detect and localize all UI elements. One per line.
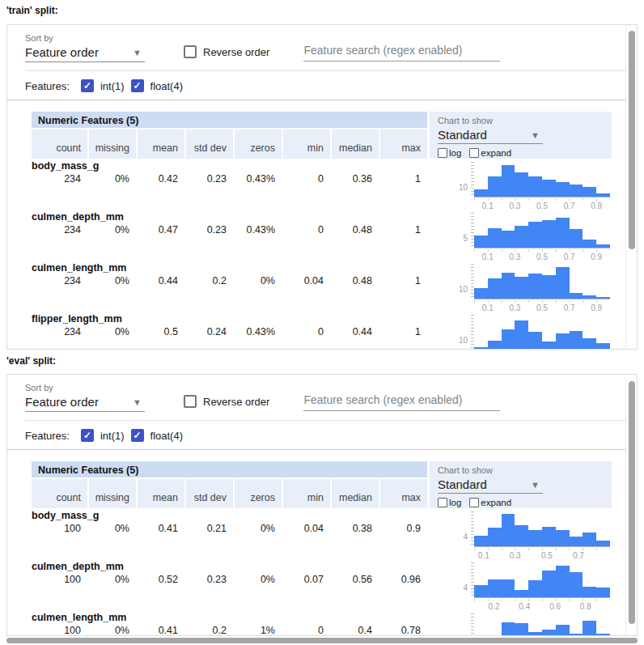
stat-value: 0.23 — [184, 224, 233, 236]
histogram-x-axis-ticks — [474, 300, 610, 303]
stat-value: 100 — [32, 625, 87, 636]
table-row: flipper_length_mm2340%0.50.240.43%00.441… — [32, 313, 637, 350]
histogram-bar — [528, 530, 542, 546]
horizontal-scrollbar-thumb[interactable] — [6, 638, 638, 643]
stat-value: 0.47 — [136, 224, 184, 236]
stat-value: 100 — [32, 574, 87, 585]
histogram-x-tick-label: 0.5 — [536, 252, 548, 261]
stat-value: 0.21 — [184, 523, 233, 534]
histogram-x-tick-label: 0.3 — [509, 303, 520, 312]
feature-filter-checkbox[interactable]: ✓float(4) — [131, 79, 183, 92]
histogram-bar — [570, 634, 583, 636]
histogram-x-tick-labels: 0.10.30.50.70.9 — [474, 252, 610, 262]
histogram-bar — [596, 343, 610, 350]
stat-value: 1 — [379, 224, 427, 236]
histogram-x-tick-label: 0.5 — [541, 551, 553, 560]
expand-checkbox[interactable]: expand — [469, 498, 511, 507]
histogram-bar — [596, 297, 610, 299]
feature-histogram[interactable]: 100.10.30.50.70.9 — [451, 262, 610, 313]
sort-by-select[interactable]: Feature order ▼ — [25, 395, 145, 412]
histogram-bar — [488, 528, 502, 546]
feature-histogram[interactable]: 40.20.40.60.8 — [451, 561, 610, 612]
expand-checkbox[interactable]: expand — [469, 148, 511, 158]
histogram-bar — [515, 277, 528, 299]
chevron-down-icon: ▼ — [133, 48, 142, 57]
histogram-bar — [528, 580, 542, 597]
histogram-bar — [583, 621, 596, 636]
stat-value: 0.36 — [330, 173, 379, 185]
column-header-missing: missing — [87, 479, 136, 508]
feature-type-filters: ✓int(1)✓float(4) — [81, 429, 189, 442]
feature-filter-checkbox[interactable]: ✓int(1) — [81, 79, 125, 92]
histogram-bar — [556, 530, 570, 546]
column-header-std-dev: std dev — [184, 129, 233, 159]
feature-name: culmen_length_mm — [32, 262, 427, 275]
vertical-scrollbar-track[interactable] — [625, 375, 637, 635]
stat-value: 0.4 — [330, 625, 379, 636]
chart-to-show-label: Chart to show — [438, 465, 604, 475]
stat-value: 0.9 — [379, 523, 427, 534]
vertical-scrollbar-track[interactable] — [625, 25, 637, 349]
histogram-bar — [583, 295, 596, 299]
feature-histogram[interactable]: 10 — [451, 313, 610, 350]
histogram-x-tick-label: 0.3 — [509, 202, 520, 210]
column-header-count: count — [32, 129, 87, 159]
column-header-zeros: zeros — [233, 129, 282, 159]
table-row: culmen_depth_mm2340%0.470.230.43%00.4815… — [32, 211, 637, 262]
feature-rows: body_mass_g1000%0.410.210%0.040.380.940.… — [32, 508, 637, 636]
histogram-bar — [528, 176, 542, 197]
feature-type-filters: ✓int(1)✓float(4) — [81, 79, 189, 92]
histogram-x-tick-label: 0.9 — [591, 252, 602, 261]
feature-filter-checkbox[interactable]: ✓float(4) — [131, 429, 183, 442]
chart-type-select[interactable]: Standard ▼ — [438, 477, 543, 494]
stat-value: 234 — [32, 326, 87, 337]
sort-by-select[interactable]: Feature order ▼ — [25, 45, 145, 62]
vertical-scrollbar-thumb[interactable] — [629, 381, 635, 624]
stat-value: 0.04 — [282, 523, 330, 534]
checkbox-unchecked-icon — [184, 395, 197, 408]
histogram-plot — [474, 313, 610, 350]
feature-histogram[interactable]: 2 — [451, 612, 610, 636]
histogram-bar — [474, 347, 488, 350]
histogram-bar — [515, 623, 528, 636]
histogram-bar — [474, 189, 488, 197]
vertical-scrollbar-thumb[interactable] — [629, 31, 635, 249]
histogram-bar — [583, 338, 596, 350]
histogram-bar — [488, 278, 502, 299]
eval-split-heading: 'eval' split: — [6, 355, 56, 367]
log-label: log — [449, 148, 461, 158]
stat-value: 234 — [32, 173, 87, 185]
histogram-bar — [542, 342, 556, 350]
stat-value: 0.42 — [136, 173, 184, 185]
stat-value: 234 — [32, 275, 87, 286]
histogram-x-tick-label: 0.9 — [591, 303, 602, 312]
feature-search-input[interactable] — [303, 393, 500, 411]
histogram-x-tick-label: 0.5 — [536, 303, 548, 312]
histogram-bar — [596, 541, 610, 546]
feature-histogram[interactable]: 100.10.30.50.70.9 — [451, 160, 610, 211]
histogram-bar — [528, 274, 542, 299]
stat-value: 0 — [282, 173, 330, 185]
chart-type-select[interactable]: Standard ▼ — [438, 128, 543, 144]
histogram-x-tick-label: 0.3 — [509, 252, 520, 261]
feature-search-input[interactable] — [303, 44, 500, 62]
feature-filter-checkbox[interactable]: ✓int(1) — [81, 429, 125, 442]
checkbox-unchecked-icon — [438, 498, 447, 507]
stat-value: 0.44 — [330, 326, 379, 337]
histogram-x-tick-label: 0.7 — [564, 202, 575, 210]
train-split-heading: 'train' split: — [6, 5, 58, 16]
stat-value: 0.23 — [184, 574, 233, 585]
feature-stats: body_mass_g1000%0.410.210%0.040.380.9 — [32, 510, 427, 534]
expand-label: expand — [481, 148, 511, 158]
histogram-plot — [474, 160, 610, 197]
log-checkbox[interactable]: log — [438, 148, 461, 158]
numeric-features-table: Numeric Features (5) countmissingmeanstd… — [7, 100, 637, 350]
histogram-bar — [515, 226, 528, 248]
reverse-order-checkbox[interactable]: Reverse order — [184, 395, 269, 408]
feature-histogram[interactable]: 40.10.30.50.7 — [451, 510, 610, 561]
log-checkbox[interactable]: log — [438, 498, 461, 507]
reverse-order-checkbox[interactable]: Reverse order — [184, 45, 269, 58]
histogram-bar — [488, 579, 502, 597]
feature-stats: culmen_length_mm2340%0.440.20%0.040.481 — [32, 262, 427, 286]
feature-histogram[interactable]: 50.10.30.50.70.9 — [451, 211, 610, 262]
